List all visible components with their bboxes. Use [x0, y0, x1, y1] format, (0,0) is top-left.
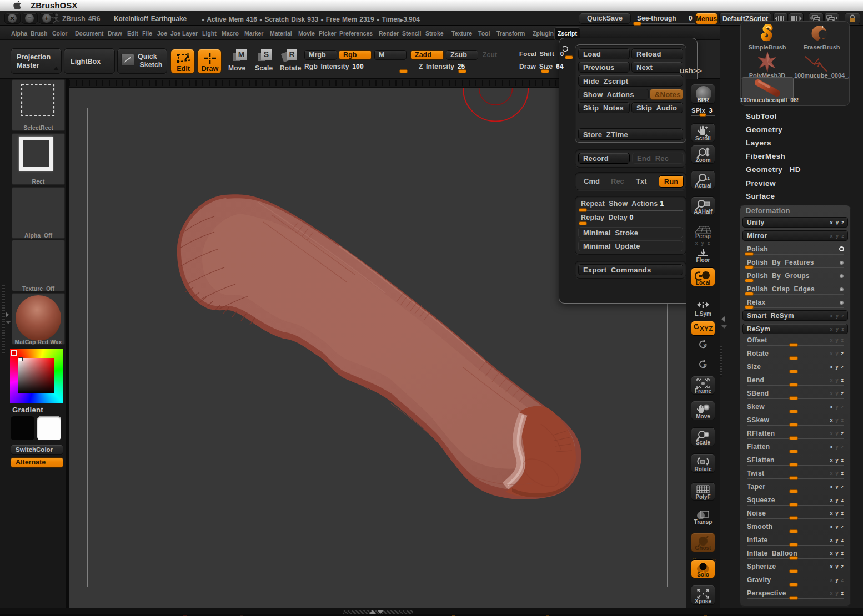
- svg-text:Y: Y: [704, 343, 706, 348]
- svg-text:x1: x1: [705, 176, 710, 181]
- svg-text:Z: Z: [704, 363, 706, 368]
